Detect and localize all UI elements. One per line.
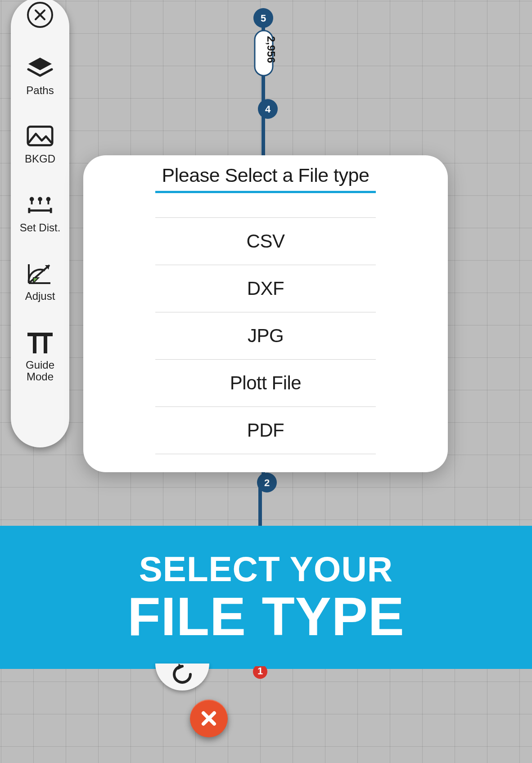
toolbar-item-guidemode[interactable]: Guide Mode bbox=[26, 330, 54, 383]
toolbar-label: Guide Mode bbox=[26, 359, 54, 383]
svg-rect-15 bbox=[47, 201, 49, 204]
image-icon bbox=[27, 123, 54, 149]
pi-icon bbox=[27, 330, 54, 355]
svg-marker-8 bbox=[28, 58, 52, 70]
instruction-banner: SELECT YOUR FILE TYPE bbox=[0, 526, 532, 669]
file-option-csv[interactable]: CSV bbox=[155, 217, 376, 265]
file-option-pdf[interactable]: PDF bbox=[155, 406, 376, 454]
svg-rect-11 bbox=[31, 201, 33, 204]
svg-point-12 bbox=[38, 197, 42, 201]
toolbar-item-setdist[interactable]: Set Dist. bbox=[20, 192, 61, 234]
close-icon bbox=[34, 9, 46, 21]
file-option-plott[interactable]: Plott File bbox=[155, 359, 376, 406]
svg-rect-13 bbox=[39, 201, 41, 204]
banner-line2: FILE TYPE bbox=[127, 589, 405, 643]
file-option-jpg[interactable]: JPG bbox=[155, 312, 376, 359]
node-1-marker: 1 bbox=[251, 666, 269, 684]
toolbar-label: BKGD bbox=[25, 153, 55, 165]
svg-rect-9 bbox=[28, 127, 52, 145]
close-toolbar-button[interactable] bbox=[27, 2, 53, 28]
distance-icon bbox=[27, 192, 54, 217]
delete-fab-button[interactable] bbox=[190, 700, 228, 737]
modal-title: Please Select a File type bbox=[155, 164, 376, 193]
node-1: 1 bbox=[257, 666, 263, 677]
adjust-icon bbox=[27, 261, 54, 286]
banner-line1: SELECT YOUR bbox=[139, 551, 393, 587]
toolbar-label: Paths bbox=[26, 85, 54, 96]
toolbar-label: Set Dist. bbox=[20, 222, 61, 234]
toolbar-item-paths[interactable]: Paths bbox=[26, 55, 54, 96]
toolbar-label: Adjust bbox=[25, 290, 55, 302]
svg-point-14 bbox=[46, 197, 51, 201]
close-icon bbox=[201, 710, 217, 727]
file-option-dxf[interactable]: DXF bbox=[155, 265, 376, 312]
layers-icon bbox=[27, 55, 54, 80]
undo-icon[interactable] bbox=[171, 664, 194, 685]
left-toolbar: Paths BKGD Set Dist. bbox=[11, 0, 69, 447]
toolbar-item-bkgd[interactable]: BKGD bbox=[25, 123, 55, 165]
toolbar-item-adjust[interactable]: Adjust bbox=[25, 261, 55, 302]
file-type-modal: Please Select a File type CSV DXF JPG Pl… bbox=[83, 155, 448, 472]
svg-point-10 bbox=[30, 197, 34, 201]
